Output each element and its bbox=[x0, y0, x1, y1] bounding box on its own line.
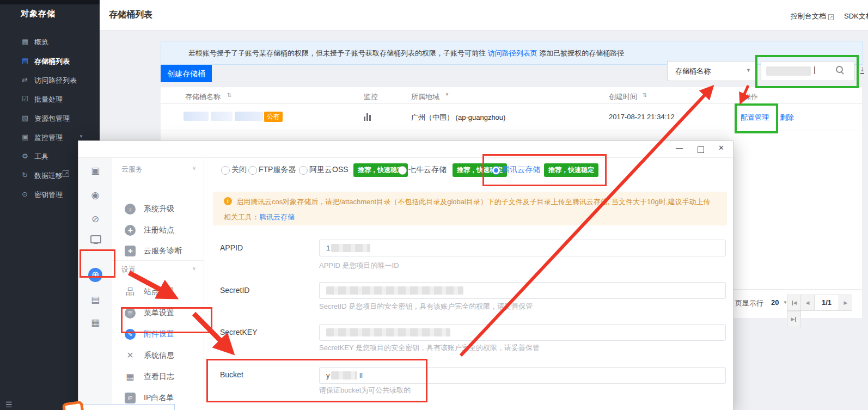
last-page-button[interactable]: ▶ bbox=[787, 311, 801, 327]
sidebar-item-label: 数据迁移 bbox=[34, 171, 63, 181]
sidebar-item-access-path[interactable]: ⇄ 访问路径列表 bbox=[0, 75, 100, 91]
first-page-button[interactable]: ◀ bbox=[787, 295, 800, 311]
sdk-doc-link[interactable]: SDK文档 bbox=[844, 11, 868, 21]
radio-aliyun-oss[interactable] bbox=[299, 166, 308, 175]
monitor-chart-icon[interactable] bbox=[364, 111, 372, 121]
menu-item-register-site[interactable]: ✚ 注册站点 bbox=[112, 224, 204, 238]
menu-item-view-logs[interactable]: ▦ 查看日志 bbox=[112, 370, 204, 384]
menu-divider bbox=[112, 260, 204, 261]
tools-label: 相关工具： bbox=[224, 213, 259, 221]
option-aliyun-oss[interactable]: 阿里云OSS bbox=[309, 165, 349, 175]
menu-group-cloud[interactable]: 云服务 bbox=[121, 164, 143, 174]
delete-link[interactable]: 删除 bbox=[780, 113, 794, 123]
secretid-input[interactable] bbox=[319, 282, 726, 299]
next-page-button[interactable]: ▶ bbox=[839, 295, 852, 311]
filter-type-value: 存储桶名称 bbox=[675, 66, 711, 76]
maximize-icon[interactable] bbox=[698, 146, 704, 153]
menu-item-cloud-diagnose[interactable]: ✚ 云服务诊断 bbox=[112, 244, 204, 259]
appid-helper: APPID 是您项目的唯一ID bbox=[319, 261, 399, 271]
download-icon[interactable]: ↓ bbox=[860, 64, 864, 74]
banner-text-before: 若根账号授予了子账号某存储桶的权限，但未授予子账号获取存储桶列表的权限，子账号可… bbox=[188, 49, 488, 57]
created-cell: 2017-08-21 21:34:12 bbox=[609, 113, 675, 121]
sidebar-item-label: 资源包管理 bbox=[34, 114, 70, 124]
checklist-icon: ☑ bbox=[22, 95, 28, 103]
users-icon[interactable]: ◉ bbox=[78, 189, 112, 201]
sidebar-item-label: 批量处理 bbox=[34, 95, 63, 105]
radio-off[interactable] bbox=[221, 166, 230, 175]
secretkey-input[interactable] bbox=[319, 324, 726, 341]
appid-value-prefix: 1 bbox=[326, 244, 330, 252]
bag-icon[interactable]: ▦ bbox=[78, 317, 112, 328]
console-doc-link[interactable]: 控制台文档 ↗ bbox=[791, 11, 834, 21]
col-region: 所属地域 bbox=[411, 92, 439, 102]
sort-icon[interactable]: ⇅ bbox=[643, 92, 647, 98]
access-badge: 公有 bbox=[264, 112, 283, 122]
sidebar-item-label: 工具 bbox=[34, 152, 48, 162]
medkit-icon: ✚ bbox=[125, 246, 136, 256]
page-size-value[interactable]: 20 bbox=[771, 298, 779, 307]
key-icon: ⊙ bbox=[22, 190, 28, 198]
annotation-green-box-search bbox=[755, 55, 859, 88]
monitor-icon[interactable] bbox=[90, 235, 101, 243]
sidebar-item-label: 监控管理 bbox=[34, 133, 63, 143]
secretkey-helper: SecretKEY 是您项目的安全密钥，具有该账户完全的权限，请妥善保管 bbox=[319, 343, 540, 353]
sidebar-item-overview[interactable]: ▦ 概览 bbox=[0, 37, 100, 53]
package-icon: ▧ bbox=[22, 114, 28, 122]
create-bucket-button[interactable]: 创建存储桶 bbox=[161, 65, 212, 82]
menu-item-label: IP白名单 bbox=[144, 393, 174, 403]
overview-icon: ▦ bbox=[22, 38, 28, 46]
blurred-appid-value bbox=[331, 244, 370, 252]
menu-item-system-upgrade[interactable]: ↓ 系统升级 bbox=[112, 203, 204, 217]
banner-text: 若根账号授予了子账号某存储桶的权限，但未授予子账号获取存储桶列表的权限，子账号可… bbox=[188, 48, 624, 58]
prev-page-button[interactable]: ◀ bbox=[800, 295, 814, 311]
appid-input[interactable]: 1 bbox=[319, 240, 726, 256]
chevron-down-icon: ▼ bbox=[746, 68, 751, 73]
col-created: 创建时间 bbox=[609, 92, 637, 102]
link-icon: ⇄ bbox=[22, 76, 28, 84]
annotation-red-box-tencent-option bbox=[482, 154, 607, 186]
option-off[interactable]: 关闭 bbox=[231, 165, 247, 175]
blurred-bucket-name bbox=[211, 112, 233, 121]
tools-icon: ✕ bbox=[125, 350, 136, 361]
option-ftp[interactable]: FTP服务器 bbox=[259, 165, 296, 175]
annotation-red-box-bucket bbox=[206, 359, 427, 402]
close-icon[interactable]: ✕ bbox=[718, 144, 724, 152]
access-path-link[interactable]: 访问路径列表页 bbox=[488, 49, 537, 57]
notice-text: 启用腾讯云cos对象存储后，请把/attachment目录（不包括此目录及glo… bbox=[236, 197, 710, 207]
dialog-icon-rail: ▣ ◉ ⊘ ⊕ ▤ ▦ bbox=[78, 158, 113, 410]
sidebar-collapse-icon[interactable]: ☰ bbox=[5, 400, 13, 409]
rows-per-page-label: 页显示行 bbox=[735, 298, 763, 308]
blurred-bucket-name bbox=[235, 112, 263, 121]
sidebar-item-batch[interactable]: ☑ 批量处理 bbox=[0, 94, 100, 111]
col-monitor: 监控 bbox=[364, 92, 378, 102]
sidebar-item-label: 密钥管理 bbox=[34, 190, 63, 200]
radio-qiniu[interactable] bbox=[398, 166, 407, 175]
page-indicator: 1/1 bbox=[814, 295, 839, 311]
store-icon[interactable]: ▤ bbox=[78, 294, 112, 305]
sort-icon[interactable]: ⇅ bbox=[227, 92, 231, 98]
menu-item-site-settings[interactable]: 品 站点设置 bbox=[112, 285, 204, 299]
sync-icon: ↻ bbox=[22, 171, 28, 179]
filter-icon[interactable]: ▼ bbox=[445, 92, 449, 97]
appid-label: APPID bbox=[220, 243, 243, 252]
menu-item-system-info[interactable]: ✕ 系统信息 bbox=[112, 349, 204, 363]
chevron-down-icon[interactable]: ▼ bbox=[79, 134, 83, 139]
radio-ftp[interactable] bbox=[248, 166, 257, 175]
minimize-icon[interactable]: — bbox=[676, 144, 683, 152]
cloud-service-icon[interactable]: ▣ bbox=[78, 165, 112, 176]
cos-tool-link[interactable]: 腾讯云存储 bbox=[259, 213, 295, 221]
menu-group-settings[interactable]: 设置 bbox=[121, 265, 136, 274]
page-header bbox=[100, 0, 868, 30]
product-title: 对象存储 bbox=[21, 9, 56, 19]
screen: 对象存储 ▦ 概览 ▤ 存储桶列表 ⇄ 访问路径列表 ☑ 批量处理 ▧ 资源包管… bbox=[0, 0, 868, 410]
menu-item-label: 系统信息 bbox=[144, 351, 174, 360]
filter-type-dropdown[interactable]: 存储桶名称 ▼ bbox=[667, 61, 757, 81]
dialog-titlebar: — ✕ bbox=[78, 141, 733, 158]
option-qiniu[interactable]: 七牛云存储 bbox=[408, 165, 447, 175]
menu-item-label: 注册站点 bbox=[144, 225, 174, 235]
sidebar-item-bucket-list[interactable]: ▤ 存储桶列表 bbox=[0, 56, 100, 72]
gear-icon: ⚙ bbox=[22, 152, 28, 160]
user-lock-icon[interactable]: ⊘ bbox=[78, 213, 112, 225]
external-link-icon: ↗ bbox=[828, 14, 834, 20]
sidebar-item-resource-pack[interactable]: ▧ 资源包管理 bbox=[0, 113, 100, 130]
